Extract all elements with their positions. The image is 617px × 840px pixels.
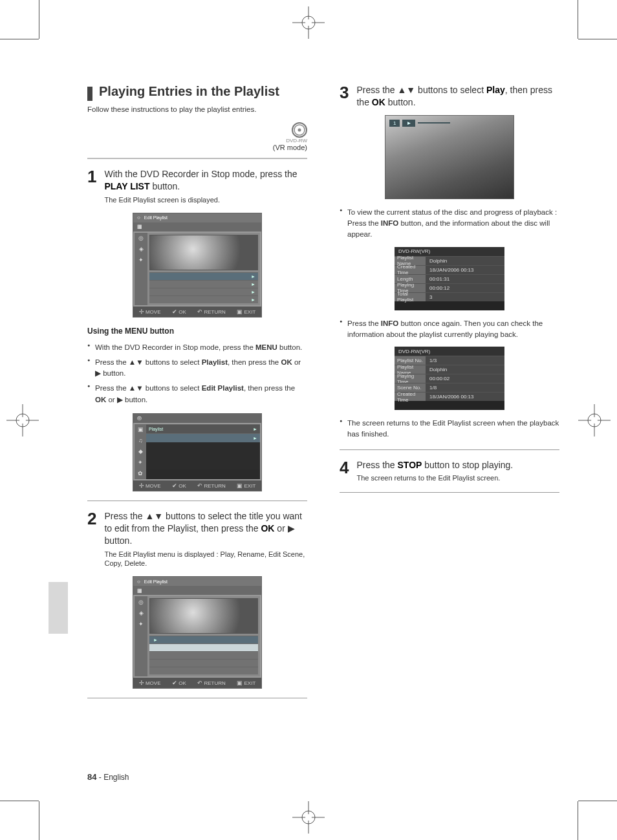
bullet-item: With the DVD Recorder in Stop mode, pres… — [87, 342, 307, 353]
osd-list-row — [149, 667, 258, 674]
step-4-desc: The screen returns to the Edit Playlist … — [356, 473, 559, 483]
bullet-button: OK — [281, 358, 292, 366]
osd-edit-playlist-2: ○Edit Playlist ▦ ◎ ◈ ✦ ► — [133, 576, 262, 689]
playback-badge-bar — [418, 122, 450, 124]
info-value: 18/JAN/2006 00:13 — [426, 392, 504, 401]
info-value: 00:01:31 — [426, 274, 504, 283]
divider — [87, 158, 307, 159]
bullet-item: Press the ▲▼ buttons to select Playlist,… — [87, 357, 307, 380]
bullet-text: button. — [277, 343, 302, 351]
bullet-item: Press the INFO button once again. Then y… — [340, 318, 559, 341]
step-1-number: 1 — [87, 168, 96, 185]
menu-bullet-list: With the DVD Recorder in Stop mode, pres… — [87, 342, 307, 405]
crop-mark — [578, 39, 617, 39]
info-value: 1/8 — [426, 383, 504, 392]
section-intro: Follow these instructions to play the pl… — [87, 105, 307, 113]
osd-foot-return: RETURN — [204, 680, 225, 686]
bullet-text: Press the ▲▼ buttons to select — [95, 384, 202, 392]
bullet-button: MENU — [255, 343, 277, 351]
divider — [340, 492, 559, 493]
nav-icon: ✦ — [135, 255, 147, 266]
heading-block-icon — [87, 87, 92, 101]
info-value: Dolphin — [426, 256, 504, 265]
osd-playlist-menu: ◎ ▣ ♫ ◆ ✦ ✿ Playlist► ► — [133, 413, 262, 491]
divider — [87, 501, 307, 501]
step-1-text-a: With the DVD Recorder in Stop mode, pres… — [104, 169, 297, 179]
bullet-text: , then press the — [228, 358, 281, 366]
svg-point-3 — [305, 19, 312, 26]
crop-mark — [0, 801, 39, 801]
step-3-text-c: button. — [385, 97, 416, 107]
bullet-button: Edit Playlist — [202, 384, 244, 392]
step-1: 1 With the DVD Recorder in Stop mode, pr… — [87, 168, 307, 205]
registration-mark — [292, 801, 325, 834]
osd-list-row: ► — [149, 288, 258, 296]
play-icon: ► — [402, 120, 415, 127]
osd-empty-area — [146, 442, 260, 469]
step-4: 4 Press the STOP button to stop playing.… — [340, 459, 559, 484]
registration-mark — [292, 6, 325, 39]
osd-list-row — [149, 659, 258, 667]
crop-mark — [39, 801, 39, 840]
page-language: - English — [99, 773, 129, 782]
step-1-text-b: button. — [150, 181, 180, 191]
step-3: 3 Press the ▲▼ buttons to select Play, t… — [340, 84, 559, 109]
osd-foot-move: MOVE — [146, 483, 161, 489]
return-icon: ↶ — [197, 308, 202, 315]
bullet-button: OK — [95, 396, 106, 404]
move-icon: ✢ — [139, 482, 144, 489]
step-1-desc: The Edit Playlist screen is displayed. — [104, 195, 307, 205]
nav-icon: ◎ — [135, 596, 147, 607]
osd-list-row: ► — [149, 296, 258, 303]
move-icon: ✢ — [139, 308, 144, 315]
osd-foot-move: MOVE — [146, 309, 161, 315]
osd-menu-title: Playlist — [149, 427, 163, 431]
osd-foot-ok: OK — [179, 483, 186, 489]
playback-badge-num: 1 — [389, 120, 400, 127]
osd-list-row: ► — [149, 280, 258, 288]
info-bullet-list-3: The screen returns to the Edit Playlist … — [340, 418, 559, 440]
nav-icon: ◈ — [135, 607, 147, 618]
circle-icon: ○ — [137, 215, 140, 221]
disc-icon — [292, 122, 307, 138]
info-value: 1/3 — [426, 356, 504, 365]
osd-list-row-selected — [149, 643, 258, 651]
playback-badge: 1 ► — [389, 120, 450, 127]
info-label: Created Time — [395, 392, 426, 401]
return-icon: ↶ — [197, 680, 202, 686]
nav-icon: ♫ — [135, 435, 146, 446]
registration-mark — [6, 404, 39, 436]
svg-point-15 — [591, 417, 598, 424]
svg-point-11 — [19, 417, 26, 424]
nav-icon: ✿ — [135, 468, 146, 479]
registration-mark — [578, 404, 611, 436]
bullet-text: , then press the — [244, 384, 295, 392]
play-icon: ► — [253, 427, 257, 431]
osd-foot-exit: EXIT — [244, 680, 255, 686]
step-3-select-value: Play — [486, 85, 505, 95]
left-column: Playing Entries in the Playlist Follow t… — [87, 84, 307, 707]
page-footer: 84 - English — [87, 772, 129, 782]
step-2-button: OK — [261, 523, 274, 533]
osd-foot-exit: EXIT — [244, 309, 255, 315]
disc-icon: ◎ — [137, 415, 142, 421]
step-2-desc: The Edit Playlist menu is displayed : Pl… — [104, 550, 307, 569]
info-label: Total Playlist — [395, 292, 426, 301]
osd-title: Edit Playlist — [144, 215, 168, 220]
osd-foot-exit: EXIT — [244, 483, 255, 489]
crop-mark — [578, 0, 578, 39]
nav-icon: ◈ — [135, 244, 147, 255]
info-value: 18/JAN/2006 00:13 — [426, 265, 504, 274]
info-label: Playing Time — [395, 374, 426, 383]
crop-mark — [0, 39, 39, 39]
osd-list-row: ► — [149, 272, 258, 280]
svg-point-7 — [305, 814, 312, 821]
ok-icon: ✔ — [172, 308, 177, 315]
crop-mark — [578, 801, 617, 801]
step-4-button: STOP — [398, 460, 422, 470]
exit-icon: ▣ — [237, 680, 243, 686]
nav-icon: ◎ — [135, 233, 147, 244]
info-label: Created Time — [395, 265, 426, 274]
exit-icon: ▣ — [237, 308, 243, 315]
osd-preview-image — [149, 598, 258, 634]
